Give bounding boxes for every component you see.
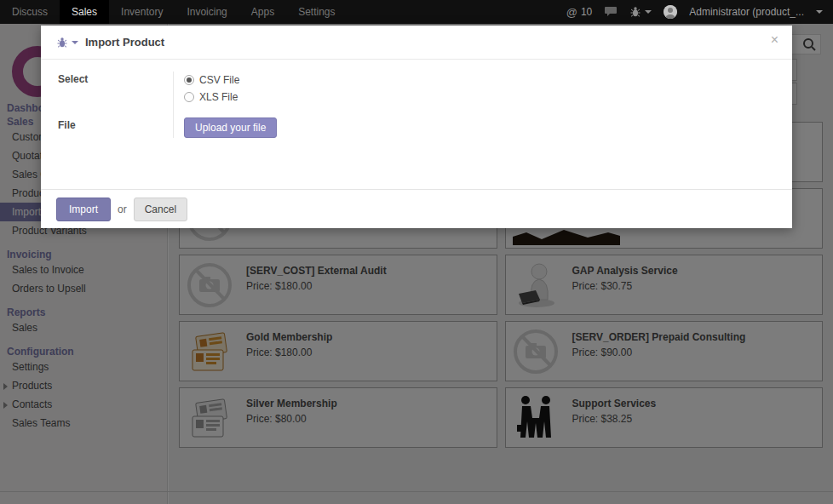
topbar-menu-inventory[interactable]: Inventory: [109, 0, 175, 24]
debug-caret-icon[interactable]: [72, 41, 78, 44]
topbar-menu-sales[interactable]: Sales: [60, 0, 109, 24]
messages-counter[interactable]: @ 10: [566, 6, 593, 19]
topbar-menu-invoicing[interactable]: Invoicing: [175, 0, 238, 24]
select-field-label: Select: [58, 72, 173, 117]
user-avatar[interactable]: [664, 5, 677, 19]
import-button[interactable]: Import: [56, 198, 111, 221]
user-menu[interactable]: Administrator (product_...: [689, 6, 804, 18]
topbar-right: @ 10 Administrator (product_...: [566, 5, 833, 19]
user-menu-caret-icon[interactable]: [816, 10, 823, 14]
topbar-menu-apps[interactable]: Apps: [239, 0, 286, 24]
debug-bug-icon[interactable]: [56, 37, 68, 49]
topbar-menu-settings[interactable]: Settings: [286, 0, 347, 24]
dialog-footer: Import or Cancel: [41, 189, 792, 228]
debug-bug-icon[interactable]: [629, 6, 652, 18]
xls-file-radio-label[interactable]: XLS File: [199, 91, 238, 103]
chat-icon[interactable]: [604, 6, 618, 18]
topbar: Discuss Sales Inventory Invoicing Apps S…: [0, 0, 833, 24]
xls-file-radio[interactable]: [184, 92, 194, 102]
app-window: Discuss Sales Inventory Invoicing Apps S…: [0, 0, 833, 504]
topbar-menu-discuss[interactable]: Discuss: [0, 0, 60, 24]
at-icon: @: [566, 6, 577, 19]
dialog-header: Import Product ×: [41, 26, 792, 60]
close-icon[interactable]: ×: [771, 32, 778, 48]
dialog-title: Import Product: [85, 36, 164, 49]
csv-file-radio[interactable]: [184, 75, 194, 85]
import-product-dialog: Import Product × Select CSV File XLS Fil…: [41, 26, 792, 228]
messages-count: 10: [581, 6, 592, 18]
debug-caret-icon: [645, 10, 652, 14]
upload-file-button[interactable]: Upload your file: [184, 117, 277, 138]
dialog-body: Select CSV File XLS File File Upload you…: [41, 60, 792, 189]
file-field-label: File: [58, 117, 173, 138]
cancel-button[interactable]: Cancel: [134, 198, 187, 221]
or-separator: or: [118, 203, 127, 215]
csv-file-radio-label[interactable]: CSV File: [199, 74, 239, 86]
